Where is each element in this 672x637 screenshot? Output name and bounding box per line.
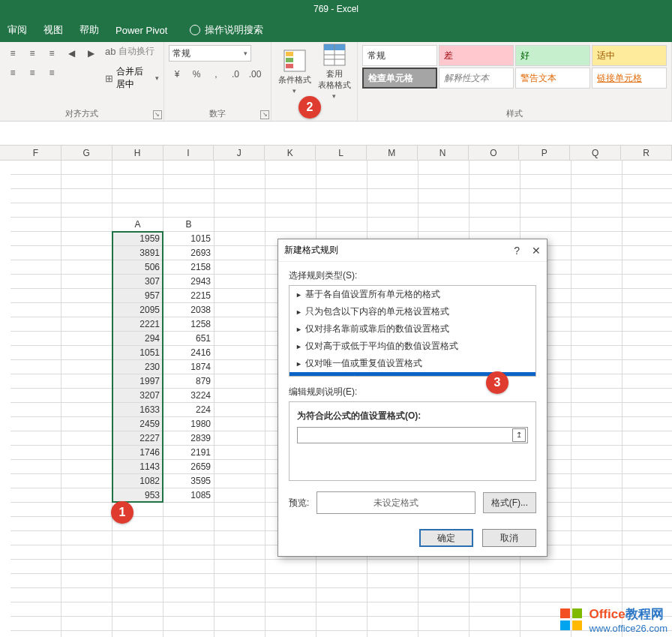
style-explanatory-text[interactable]: 解释性文本 [439,68,514,89]
cell[interactable]: 1015 [164,232,214,246]
cell[interactable] [62,417,112,431]
cell[interactable]: 2215 [164,289,214,303]
cell[interactable] [10,346,62,360]
cell[interactable] [214,246,266,260]
cell[interactable]: 2227 [112,431,164,446]
align-left-icon[interactable]: ≡ [4,65,21,81]
cell[interactable] [164,574,214,588]
cell[interactable] [164,631,214,637]
cell[interactable] [10,232,62,246]
style-normal[interactable]: 常规 [362,45,437,66]
cell[interactable] [10,389,62,403]
cell[interactable] [62,218,112,232]
cell[interactable] [214,403,266,417]
cell[interactable] [622,431,672,446]
cell[interactable] [520,175,572,189]
cell[interactable] [470,617,520,631]
cell[interactable] [62,232,112,246]
cell[interactable] [572,474,622,488]
cell[interactable]: 1051 [112,346,164,360]
cell[interactable] [418,560,470,574]
style-linked-cell[interactable]: 链接单元格 [592,68,667,89]
cell[interactable] [520,218,572,232]
cell[interactable] [62,317,112,332]
comma-format-icon[interactable]: , [208,66,224,83]
cell[interactable] [214,574,266,588]
cell[interactable] [368,560,418,574]
tab-review[interactable]: 审阅 [8,23,27,37]
cell[interactable] [316,189,368,203]
cell[interactable] [214,218,266,232]
cell[interactable]: 2659 [164,460,214,474]
cell[interactable] [572,275,622,289]
align-right-icon[interactable]: ≡ [44,65,60,81]
cell[interactable] [164,545,214,560]
cell[interactable] [62,488,112,503]
cell[interactable]: 1633 [112,403,164,417]
cell[interactable] [316,574,368,588]
cell[interactable] [470,602,520,617]
cell[interactable] [214,503,266,517]
cell[interactable] [62,446,112,460]
cell[interactable] [214,474,266,488]
cell[interactable]: 506 [112,260,164,275]
column-header[interactable]: F [10,146,62,160]
cell[interactable] [572,189,622,203]
cell[interactable] [164,617,214,631]
cell[interactable] [368,218,418,232]
increase-indent-icon[interactable]: ▶ [82,45,99,62]
column-header[interactable]: Q [570,146,621,160]
cell[interactable] [622,488,672,503]
cell[interactable] [368,588,418,602]
cell[interactable] [622,417,672,431]
cell[interactable] [10,275,62,289]
cell[interactable] [62,374,112,389]
cell[interactable] [10,503,62,517]
cell[interactable]: 1746 [112,446,164,460]
cell[interactable] [214,260,266,275]
cell[interactable] [214,389,266,403]
wrap-text-button[interactable]: 自动换行 [118,45,154,58]
cell[interactable] [368,617,418,631]
cell[interactable] [214,446,266,460]
cell[interactable] [418,175,470,189]
tab-help[interactable]: 帮助 [80,23,99,37]
cell[interactable] [164,161,214,175]
style-check-cell[interactable]: 检查单元格 [362,68,437,89]
cell[interactable] [112,574,164,588]
column-header[interactable]: N [418,146,469,160]
merge-icon[interactable]: ⊞ [105,73,113,84]
cell[interactable]: 1085 [164,488,214,503]
cell[interactable] [520,560,572,574]
cell[interactable] [62,602,112,617]
cell[interactable] [62,617,112,631]
cell[interactable]: 3224 [164,389,214,403]
cell[interactable] [572,488,622,503]
cell[interactable] [418,588,470,602]
cell[interactable] [622,289,672,303]
rule-type-list[interactable]: ►基于各自值设置所有单元格的格式►只为包含以下内容的单元格设置格式►仅对排名靠前… [289,285,536,377]
cell[interactable] [62,574,112,588]
cell[interactable] [214,346,266,360]
cell[interactable] [470,161,520,175]
cell[interactable] [368,161,418,175]
style-bad[interactable]: 差 [439,45,514,66]
cell[interactable] [572,374,622,389]
cell[interactable] [214,303,266,317]
cell[interactable] [418,203,470,218]
style-warning-text[interactable]: 警告文本 [515,68,590,89]
cell[interactable] [622,246,672,260]
cell[interactable] [572,332,622,346]
dialog-help-icon[interactable]: ? [514,245,520,257]
cell[interactable] [10,332,62,346]
cell[interactable]: 2158 [164,260,214,275]
cell[interactable] [622,446,672,460]
cell[interactable] [572,403,622,417]
cell[interactable] [214,417,266,431]
cell[interactable] [214,161,266,175]
cell[interactable] [214,460,266,474]
cell[interactable] [62,332,112,346]
cell[interactable]: 1082 [112,474,164,488]
cancel-button[interactable]: 取消 [482,529,536,547]
cell[interactable] [622,460,672,474]
